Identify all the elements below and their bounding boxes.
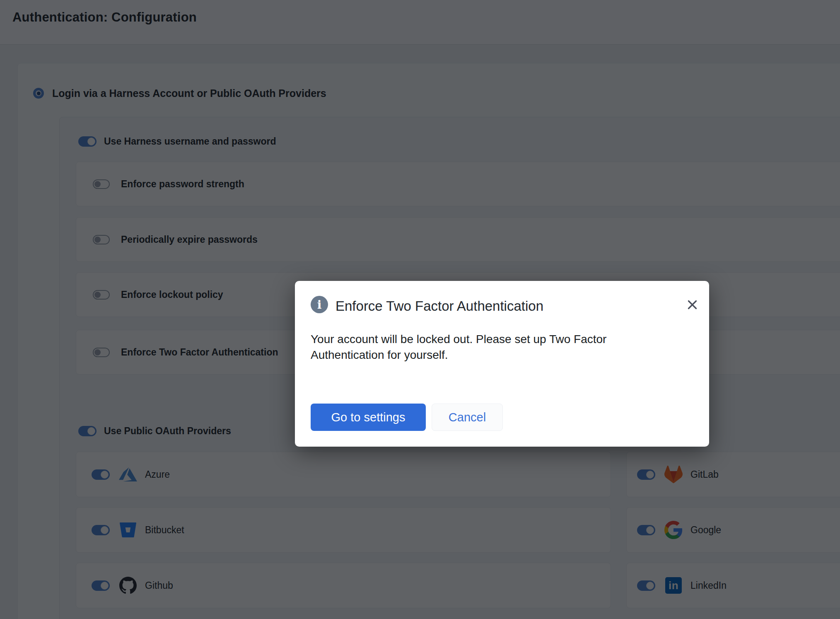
info-icon: i [311, 296, 328, 313]
modal-message: Your account will be locked out. Please … [311, 331, 654, 363]
two-factor-modal: i Enforce Two Factor Authentication Your… [295, 281, 709, 447]
cancel-button[interactable]: Cancel [432, 404, 503, 431]
close-icon[interactable] [683, 295, 702, 314]
go-to-settings-button[interactable]: Go to settings [311, 404, 426, 431]
modal-title: Enforce Two Factor Authentication [336, 298, 543, 314]
